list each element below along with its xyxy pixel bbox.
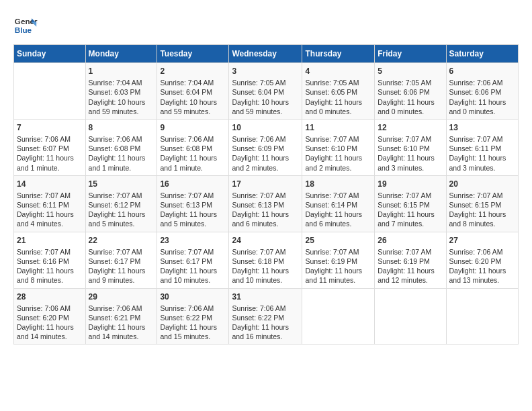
- day-number: 2: [160, 66, 226, 77]
- day-info-line: and 15 minutes.: [160, 332, 226, 341]
- day-info-line: and 59 minutes.: [89, 107, 154, 116]
- day-info-line: Sunset: 6:08 PM: [160, 144, 226, 153]
- calendar-header-row: SundayMondayTuesdayWednesdayThursdayFrid…: [14, 45, 519, 63]
- day-info-line: and 11 minutes.: [305, 275, 371, 285]
- day-number: 26: [378, 235, 443, 246]
- calendar-cell: 4Sunrise: 7:05 AMSunset: 6:05 PMDaylight…: [302, 63, 375, 120]
- day-info-line: Sunset: 6:12 PM: [89, 200, 154, 210]
- day-info-line: Sunset: 6:03 PM: [89, 87, 154, 97]
- day-info-line: and 59 minutes.: [232, 107, 299, 116]
- day-info-line: and 0 minutes.: [378, 107, 443, 116]
- day-info-line: Daylight: 11 hours: [378, 266, 443, 275]
- day-info-line: and 7 minutes.: [378, 219, 443, 228]
- logo: General Blue: [13, 13, 38, 38]
- day-info-line: Daylight: 11 hours: [449, 97, 515, 107]
- day-info-line: Sunrise: 7:05 AM: [305, 78, 371, 87]
- calendar-cell: 20Sunrise: 7:07 AMSunset: 6:15 PMDayligh…: [446, 175, 518, 232]
- day-info-line: Sunset: 6:19 PM: [305, 257, 371, 266]
- calendar-cell: 29Sunrise: 7:06 AMSunset: 6:21 PMDayligh…: [85, 288, 157, 345]
- day-info-line: Sunrise: 7:07 AM: [160, 247, 226, 257]
- day-info-line: Sunrise: 7:05 AM: [378, 78, 443, 87]
- calendar-cell: 5Sunrise: 7:05 AMSunset: 6:06 PMDaylight…: [375, 63, 446, 120]
- day-info-line: Sunset: 6:22 PM: [232, 313, 299, 322]
- day-info-line: and 3 minutes.: [378, 163, 443, 173]
- day-info-line: and 14 minutes.: [89, 332, 154, 341]
- calendar-week-row: 21Sunrise: 7:07 AMSunset: 6:16 PMDayligh…: [14, 232, 519, 288]
- day-info-line: Daylight: 11 hours: [232, 322, 299, 332]
- calendar-cell: 23Sunrise: 7:07 AMSunset: 6:17 PMDayligh…: [157, 232, 229, 288]
- day-info-line: Daylight: 11 hours: [305, 266, 371, 275]
- day-number: 20: [449, 179, 515, 189]
- day-info-line: Sunset: 6:11 PM: [17, 200, 83, 210]
- day-info-line: Sunrise: 7:05 AM: [232, 78, 299, 87]
- day-info-line: Sunset: 6:09 PM: [232, 144, 299, 153]
- calendar-week-row: 7Sunrise: 7:06 AMSunset: 6:07 PMDaylight…: [14, 119, 519, 175]
- day-number: 19: [378, 179, 443, 189]
- day-info-line: Sunset: 6:18 PM: [232, 257, 299, 266]
- day-number: 28: [17, 291, 83, 302]
- calendar-cell: 14Sunrise: 7:07 AMSunset: 6:11 PMDayligh…: [14, 175, 86, 232]
- day-info-line: and 5 minutes.: [160, 219, 226, 228]
- day-number: 21: [17, 235, 83, 246]
- day-info-line: Sunset: 6:20 PM: [449, 257, 515, 266]
- calendar-table: SundayMondayTuesdayWednesdayThursdayFrid…: [13, 44, 519, 345]
- day-info-line: Sunrise: 7:06 AM: [449, 78, 515, 87]
- day-info-line: Daylight: 11 hours: [17, 153, 83, 163]
- day-info-line: Daylight: 11 hours: [160, 322, 226, 332]
- day-info-line: and 2 minutes.: [305, 163, 371, 173]
- calendar-cell: 2Sunrise: 7:04 AMSunset: 6:04 PMDaylight…: [157, 63, 229, 120]
- day-info-line: Sunset: 6:15 PM: [378, 200, 443, 210]
- day-info-line: Sunrise: 7:07 AM: [17, 247, 83, 257]
- day-number: 14: [17, 179, 83, 189]
- day-of-week-header: Monday: [85, 45, 157, 63]
- day-info-line: Daylight: 11 hours: [378, 210, 443, 219]
- day-info-line: Sunset: 6:11 PM: [449, 144, 515, 153]
- day-info-line: Sunrise: 7:07 AM: [378, 247, 443, 257]
- day-info-line: and 2 minutes.: [232, 163, 299, 173]
- day-info-line: Sunrise: 7:04 AM: [89, 78, 154, 87]
- day-info-line: and 10 minutes.: [160, 275, 226, 285]
- calendar-cell: 17Sunrise: 7:07 AMSunset: 6:13 PMDayligh…: [229, 175, 302, 232]
- day-info-line: and 6 minutes.: [232, 219, 299, 228]
- calendar-cell: 11Sunrise: 7:07 AMSunset: 6:10 PMDayligh…: [302, 119, 375, 175]
- calendar-cell: [14, 63, 86, 120]
- day-number: 16: [160, 179, 226, 189]
- calendar-cell: 26Sunrise: 7:07 AMSunset: 6:19 PMDayligh…: [375, 232, 446, 288]
- day-info-line: Sunrise: 7:07 AM: [89, 191, 154, 200]
- day-info-line: and 5 minutes.: [89, 219, 154, 228]
- day-info-line: and 10 minutes.: [232, 275, 299, 285]
- day-of-week-header: Thursday: [302, 45, 375, 63]
- day-number: 9: [160, 122, 226, 133]
- day-info-line: Daylight: 11 hours: [232, 266, 299, 275]
- day-info-line: and 1 minute.: [17, 163, 83, 173]
- day-info-line: Sunset: 6:17 PM: [89, 257, 154, 266]
- calendar-cell: 22Sunrise: 7:07 AMSunset: 6:17 PMDayligh…: [85, 232, 157, 288]
- day-info-line: Daylight: 11 hours: [89, 266, 154, 275]
- day-info-line: Sunrise: 7:07 AM: [449, 134, 515, 144]
- day-number: 23: [160, 235, 226, 246]
- day-info-line: and 13 minutes.: [449, 275, 515, 285]
- day-info-line: Daylight: 11 hours: [160, 266, 226, 275]
- day-info-line: Sunset: 6:16 PM: [17, 257, 83, 266]
- day-info-line: and 0 minutes.: [449, 107, 515, 116]
- day-of-week-header: Saturday: [446, 45, 518, 63]
- day-info-line: Daylight: 11 hours: [89, 153, 154, 163]
- day-info-line: Sunset: 6:13 PM: [232, 200, 299, 210]
- day-info-line: and 16 minutes.: [232, 332, 299, 341]
- calendar-cell: 10Sunrise: 7:06 AMSunset: 6:09 PMDayligh…: [229, 119, 302, 175]
- day-info-line: Sunset: 6:04 PM: [232, 87, 299, 97]
- day-info-line: Sunset: 6:13 PM: [160, 200, 226, 210]
- day-info-line: and 1 minute.: [89, 163, 154, 173]
- day-info-line: Sunrise: 7:06 AM: [89, 304, 154, 313]
- day-info-line: Sunrise: 7:07 AM: [305, 134, 371, 144]
- day-info-line: Sunset: 6:20 PM: [17, 313, 83, 322]
- calendar-cell: 19Sunrise: 7:07 AMSunset: 6:15 PMDayligh…: [375, 175, 446, 232]
- day-info-line: and 6 minutes.: [305, 219, 371, 228]
- day-info-line: Sunrise: 7:07 AM: [305, 247, 371, 257]
- day-info-line: Sunset: 6:14 PM: [305, 200, 371, 210]
- day-info-line: and 9 minutes.: [89, 275, 154, 285]
- calendar-cell: 27Sunrise: 7:06 AMSunset: 6:20 PMDayligh…: [446, 232, 518, 288]
- day-info-line: Sunrise: 7:07 AM: [89, 247, 154, 257]
- day-number: 22: [89, 235, 154, 246]
- day-info-line: Sunrise: 7:06 AM: [449, 247, 515, 257]
